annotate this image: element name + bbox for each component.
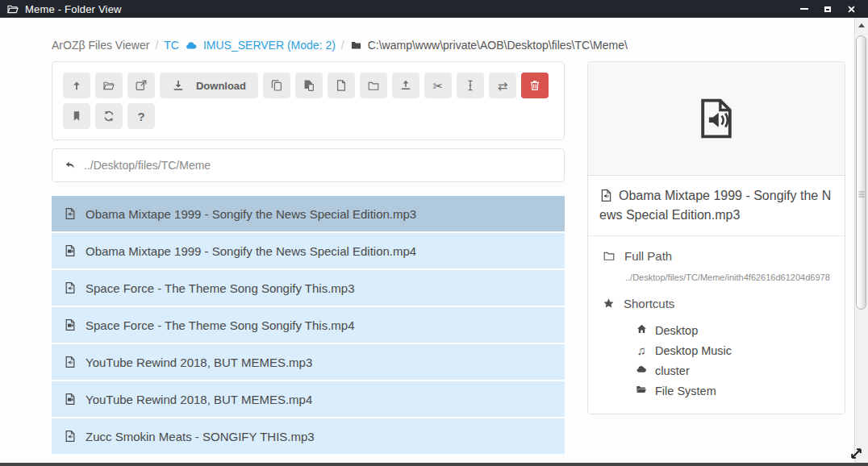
cut-button[interactable]: ✂ [424,73,452,98]
open-external-button[interactable] [127,73,155,98]
scrollbar-thumb[interactable] [856,35,866,310]
file-name: Obama Mixtape 1999 - Songify the News Sp… [86,244,416,258]
file-name: Zucc Smokin Meats - SONGIFY THIS.mp3 [86,430,315,443]
bookmark-button[interactable] [63,103,90,129]
window-title: Meme - Folder View [25,3,122,15]
close-icon [847,5,856,14]
file-name: YouTube Rewind 2018, BUT MEMES.mp3 [86,356,312,369]
go-up-button[interactable] [63,73,90,98]
minimize-icon [800,8,808,10]
audio-file-icon [64,356,77,368]
download-button[interactable]: Download [160,73,258,98]
resize-diagonal-icon [849,446,864,461]
video-file-icon [64,393,77,406]
maximize-icon [824,6,831,12]
shortcut-cluster[interactable]: cluster [635,360,830,381]
file-name: Obama Mixtape 1999 - Songify the News Sp… [86,207,416,221]
breadcrumb-app[interactable]: ArOZβ Files Viewer [52,39,149,52]
shortcut-label: cluster [655,364,690,377]
file-name: YouTube Rewind 2018, BUT MEMES.mp4 [86,393,312,406]
close-button[interactable] [845,3,857,15]
download-label: Download [196,80,246,92]
folder-open-icon [635,384,648,397]
folder-icon [603,250,616,262]
breadcrumb-separator: / [341,39,344,52]
cloud-icon [635,364,648,377]
trash-icon [528,79,541,92]
file-row[interactable]: Space Force - The Theme Song Songify Thi… [52,270,565,306]
full-path-header: Full Path [603,249,830,263]
shortcuts-label: Shortcuts [624,297,674,310]
audio-file-icon [64,281,77,294]
maximize-button[interactable] [822,3,833,15]
shortcut-label: File System [655,385,716,397]
home-icon [635,323,648,337]
file-row[interactable]: Obama Mixtape 1999 - Songify the News Sp… [52,233,565,268]
help-button[interactable]: ? [127,103,155,129]
breadcrumb-path: C:\wamp\www\private\AOB\Desktop\files\TC… [368,39,628,52]
open-button[interactable] [95,73,123,98]
refresh-button[interactable] [95,103,123,129]
move-button[interactable]: ⇄ [489,73,516,98]
paste-button[interactable] [295,73,323,98]
breadcrumb-drive-link[interactable]: TC [164,39,179,52]
current-path: ../Desktop/files/TC/Meme [84,159,211,172]
rename-button[interactable] [457,73,484,98]
current-path-bar[interactable]: ../Desktop/files/TC/Meme [52,148,565,182]
breadcrumb-separator: / [155,39,158,52]
file-row[interactable]: Space Force - The Theme Song Songify Thi… [52,307,565,343]
full-path-value: ../Desktop/files/TC/Meme/inith4f62616d61… [625,273,830,282]
refresh-icon [102,110,115,123]
breadcrumb: ArOZβ Files Viewer / TC IMUS_SERVER (Mod… [52,39,868,52]
text-cursor-icon [464,79,477,92]
video-file-icon [64,318,77,331]
shortcuts-header: Shortcuts [603,297,830,310]
triangle-up-icon [858,23,865,27]
file-row[interactable]: YouTube Rewind 2018, BUT MEMES.mp4 [52,381,565,417]
new-file-button[interactable] [328,73,355,98]
folder-icon [367,80,380,92]
preview-filename-text: Obama Mixtape 1999 - Songify the News Sp… [599,189,831,222]
scrollbar-grip-icon [858,192,864,198]
file-icon [335,79,348,92]
bookmark-icon [70,110,83,123]
video-file-icon [64,244,77,257]
shortcut-desktop[interactable]: Desktop [635,320,830,340]
arrow-up-icon [70,79,83,92]
audio-file-icon [694,93,739,144]
full-path-label: Full Path [624,249,672,263]
preview-thumbnail [588,62,845,176]
delete-button[interactable] [521,73,549,98]
copy-button[interactable] [263,73,290,98]
folder-open-icon [6,3,19,15]
preview-filename: Obama Mixtape 1999 - Songify the News Sp… [588,176,845,236]
scroll-up-button[interactable] [855,18,868,33]
new-folder-button[interactable] [360,73,387,98]
swap-arrows-icon: ⇄ [498,80,508,92]
breadcrumb-server-link[interactable]: IMUS_SERVER (Mode: 2) [203,39,336,52]
preview-info: Full Path ../Desktop/files/TC/Meme/inith… [588,236,845,414]
minimize-button[interactable] [799,3,810,15]
star-icon [603,297,615,310]
shortcut-label: Desktop Music [655,344,732,357]
upload-button[interactable] [392,73,419,98]
upload-icon [399,79,412,92]
cloud-icon [185,40,198,52]
shortcut-desktop-music[interactable]: ♫ Desktop Music [635,340,830,360]
music-icon: ♫ [635,344,648,356]
titlebar: Meme - Folder View [0,0,868,18]
paste-icon [303,79,315,92]
shortcut-file-system[interactable]: File System [635,381,830,401]
vertical-scrollbar[interactable] [854,18,868,463]
file-row[interactable]: Zucc Smokin Meats - SONGIFY THIS.mp3 [52,418,565,454]
file-row[interactable]: YouTube Rewind 2018, BUT MEMES.mp3 [52,344,565,380]
audio-file-icon [64,430,77,443]
file-name: Space Force - The Theme Song Songify Thi… [86,318,355,332]
audio-file-icon [64,207,77,220]
resize-handle[interactable] [849,446,864,464]
file-row[interactable]: Obama Mixtape 1999 - Songify the News Sp… [52,196,565,231]
external-link-icon [135,79,148,92]
toolbar-row-2: ? [63,103,553,129]
preview-panel: Obama Mixtape 1999 - Songify the News Sp… [587,61,845,414]
shortcut-list: Desktop ♫ Desktop Music cluster File Sys… [635,320,830,401]
